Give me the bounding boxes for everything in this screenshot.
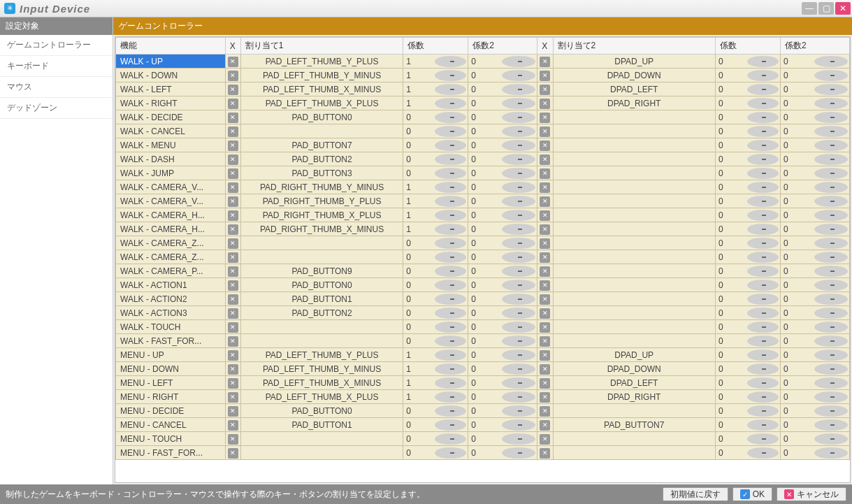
func-cell[interactable]: MENU - FAST_FOR... — [116, 446, 226, 460]
spinner-icon[interactable] — [814, 168, 848, 179]
assign2-cell[interactable]: PAD_BUTTON7 — [553, 418, 715, 432]
num-cell[interactable]: 0 — [780, 180, 849, 194]
func-cell[interactable]: WALK - ACTION1 — [116, 278, 226, 292]
clear-icon[interactable] — [540, 280, 550, 291]
col-assign1[interactable]: 割り当て1 — [240, 38, 403, 55]
num-cell[interactable]: 0 — [403, 236, 468, 250]
table-row[interactable]: WALK - ACTION2PAD_BUTTON10000 — [116, 292, 850, 306]
spinner-icon[interactable] — [502, 433, 535, 445]
clear-icon[interactable] — [228, 252, 238, 263]
spinner-icon[interactable] — [747, 405, 779, 417]
spinner-icon[interactable] — [814, 126, 848, 137]
spinner-icon[interactable] — [814, 182, 848, 193]
num-cell[interactable]: 0 — [715, 320, 780, 334]
num-cell[interactable]: 0 — [780, 376, 849, 390]
num-cell[interactable]: 0 — [403, 306, 468, 320]
assign1-cell[interactable] — [240, 446, 403, 460]
assign1-cell[interactable]: PAD_RIGHT_THUMB_Y_PLUS — [240, 194, 403, 208]
num-cell[interactable]: 1 — [403, 55, 468, 69]
num-cell[interactable]: 0 — [780, 250, 849, 264]
num-cell[interactable]: 1 — [403, 194, 468, 208]
clear-icon[interactable] — [228, 224, 238, 235]
func-cell[interactable]: WALK - ACTION2 — [116, 292, 226, 306]
assign1-cell[interactable]: PAD_LEFT_THUMB_X_PLUS — [240, 390, 403, 404]
assign2-cell[interactable] — [553, 222, 715, 236]
num-cell[interactable]: 0 — [715, 166, 780, 180]
num-cell[interactable]: 0 — [468, 194, 537, 208]
num-cell[interactable]: 0 — [403, 404, 468, 418]
num-cell[interactable]: 0 — [715, 278, 780, 292]
spinner-icon[interactable] — [502, 154, 535, 165]
num-cell[interactable]: 0 — [468, 278, 537, 292]
num-cell[interactable]: 0 — [468, 362, 537, 376]
num-cell[interactable]: 0 — [715, 376, 780, 390]
clear-icon[interactable] — [228, 85, 238, 95]
clear-icon[interactable] — [228, 378, 238, 389]
spinner-icon[interactable] — [435, 126, 466, 137]
clear-cell[interactable] — [225, 306, 240, 320]
spinner-icon[interactable] — [435, 196, 466, 207]
table-row[interactable]: WALK - DASHPAD_BUTTON20000 — [116, 152, 850, 166]
num-cell[interactable]: 0 — [468, 432, 537, 446]
spinner-icon[interactable] — [814, 350, 848, 361]
num-cell[interactable]: 0 — [715, 69, 780, 82]
num-cell[interactable]: 0 — [780, 166, 849, 180]
spinner-icon[interactable] — [814, 238, 848, 249]
spinner-icon[interactable] — [502, 405, 535, 417]
sidebar-item-1[interactable]: キーボード — [0, 56, 113, 77]
spinner-icon[interactable] — [814, 266, 848, 277]
spinner-icon[interactable] — [747, 336, 779, 347]
assign1-cell[interactable] — [240, 250, 403, 264]
func-cell[interactable]: WALK - CAMERA_H... — [116, 222, 226, 236]
spinner-icon[interactable] — [502, 224, 535, 235]
assign1-cell[interactable]: PAD_LEFT_THUMB_Y_PLUS — [240, 55, 403, 69]
num-cell[interactable]: 1 — [403, 96, 468, 110]
assign2-cell[interactable]: DPAD_LEFT — [553, 376, 715, 390]
spinner-icon[interactable] — [502, 350, 535, 361]
spinner-icon[interactable] — [502, 98, 535, 109]
num-cell[interactable]: 0 — [468, 152, 537, 166]
num-cell[interactable]: 0 — [468, 96, 537, 110]
clear-icon[interactable] — [228, 113, 238, 123]
num-cell[interactable]: 0 — [715, 264, 780, 278]
table-row[interactable]: MENU - TOUCH0000 — [116, 432, 850, 446]
clear-cell[interactable] — [537, 250, 553, 264]
spinner-icon[interactable] — [747, 252, 779, 263]
clear-cell[interactable] — [225, 264, 240, 278]
clear-icon[interactable] — [228, 238, 238, 249]
assign1-cell[interactable] — [240, 236, 403, 250]
clear-cell[interactable] — [225, 236, 240, 250]
clear-icon[interactable] — [540, 392, 550, 403]
num-cell[interactable]: 0 — [715, 250, 780, 264]
spinner-icon[interactable] — [814, 433, 848, 445]
spinner-icon[interactable] — [435, 377, 466, 389]
spinner-icon[interactable] — [435, 391, 466, 403]
spinner-icon[interactable] — [747, 308, 779, 319]
clear-cell[interactable] — [225, 320, 240, 334]
assign1-cell[interactable]: PAD_RIGHT_THUMB_X_PLUS — [240, 208, 403, 222]
table-row[interactable]: WALK - UPPAD_LEFT_THUMB_Y_PLUS10DPAD_UP0… — [116, 55, 850, 69]
clear-icon[interactable] — [228, 99, 238, 109]
spinner-icon[interactable] — [435, 322, 466, 333]
spinner-icon[interactable] — [435, 294, 466, 305]
func-cell[interactable]: WALK - DECIDE — [116, 110, 226, 124]
spinner-icon[interactable] — [435, 154, 466, 165]
num-cell[interactable]: 0 — [715, 390, 780, 404]
table-row[interactable]: WALK - CAMERA_V...PAD_RIGHT_THUMB_Y_PLUS… — [116, 194, 850, 208]
func-cell[interactable]: WALK - RIGHT — [116, 96, 226, 110]
spinner-icon[interactable] — [747, 238, 779, 249]
assign1-cell[interactable]: PAD_RIGHT_THUMB_X_MINUS — [240, 222, 403, 236]
clear-icon[interactable] — [228, 154, 238, 165]
clear-cell[interactable] — [225, 138, 240, 152]
assign2-cell[interactable]: DPAD_LEFT — [553, 82, 715, 96]
clear-icon[interactable] — [540, 378, 550, 389]
spinner-icon[interactable] — [747, 363, 779, 375]
num-cell[interactable]: 0 — [468, 82, 537, 96]
spinner-icon[interactable] — [435, 336, 466, 347]
clear-cell[interactable] — [225, 334, 240, 348]
func-cell[interactable]: WALK - CAMERA_P... — [116, 264, 226, 278]
spinner-icon[interactable] — [435, 98, 466, 109]
table-row[interactable]: WALK - LEFTPAD_LEFT_THUMB_X_MINUS10DPAD_… — [116, 82, 850, 96]
num-cell[interactable]: 0 — [780, 418, 849, 432]
func-cell[interactable]: MENU - LEFT — [116, 376, 226, 390]
